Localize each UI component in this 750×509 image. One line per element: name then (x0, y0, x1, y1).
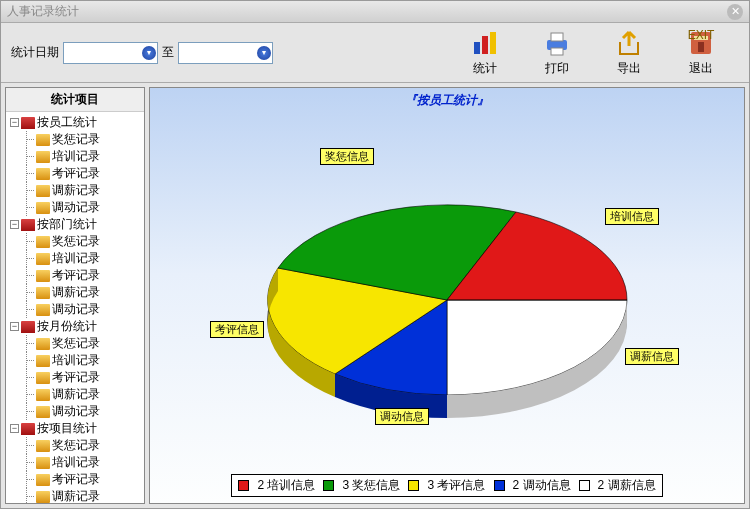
export-caption: 导出 (617, 60, 641, 77)
folder-icon (36, 134, 50, 146)
folder-icon (36, 270, 50, 282)
tree-connector (20, 267, 34, 284)
tree-panel: 统计项目 −按员工统计奖惩记录培训记录考评记录调薪记录调动记录−按部门统计奖惩记… (5, 87, 145, 504)
tree-item[interactable]: 调动记录 (8, 403, 142, 420)
close-icon[interactable]: ✕ (727, 4, 743, 20)
folder-open-icon (21, 423, 35, 435)
window-title: 人事记录统计 (7, 3, 79, 20)
folder-icon (36, 202, 50, 214)
tree-item[interactable]: 奖惩记录 (8, 131, 142, 148)
tree-connector (20, 488, 34, 504)
minus-icon[interactable]: − (10, 424, 19, 433)
svg-rect-2 (490, 32, 496, 54)
tree-group[interactable]: −按项目统计 (8, 420, 142, 437)
tree-item[interactable]: 培训记录 (8, 250, 142, 267)
svg-rect-9 (698, 42, 704, 52)
tree-item[interactable]: 考评记录 (8, 267, 142, 284)
folder-icon (36, 338, 50, 350)
tree-connector (20, 148, 34, 165)
folder-icon (36, 185, 50, 197)
exit-caption: 退出 (689, 60, 713, 77)
tree-item-label: 考评记录 (52, 471, 100, 488)
tree-item[interactable]: 奖惩记录 (8, 335, 142, 352)
toolbar-buttons: 统计 打印 导出 EXIT 退出 (459, 28, 739, 77)
tree-item[interactable]: 考评记录 (8, 165, 142, 182)
tree-item-label: 考评记录 (52, 369, 100, 386)
titlebar: 人事记录统计 ✕ (1, 1, 749, 23)
export-icon (614, 28, 644, 58)
date-label: 统计日期 (11, 44, 59, 61)
tree-item[interactable]: 调薪记录 (8, 488, 142, 504)
tree-item[interactable]: 考评记录 (8, 471, 142, 488)
tree-group[interactable]: −按月份统计 (8, 318, 142, 335)
legend-entry: 2 培训信息 (257, 477, 315, 494)
slice-label-train: 培训信息 (605, 208, 659, 225)
tree-group[interactable]: −按部门统计 (8, 216, 142, 233)
tree-item[interactable]: 奖惩记录 (8, 437, 142, 454)
tree-item-label: 调薪记录 (52, 488, 100, 504)
slice-label-eval: 考评信息 (210, 321, 264, 338)
tree-item-label: 调动记录 (52, 301, 100, 318)
tree: −按员工统计奖惩记录培训记录考评记录调薪记录调动记录−按部门统计奖惩记录培训记录… (6, 112, 144, 504)
legend-swatch (323, 480, 334, 491)
tree-item-label: 奖惩记录 (52, 335, 100, 352)
tree-item-label: 培训记录 (52, 250, 100, 267)
exit-button[interactable]: EXIT 退出 (675, 28, 727, 77)
tree-item[interactable]: 调薪记录 (8, 386, 142, 403)
pie-chart (232, 160, 662, 440)
tree-item[interactable]: 培训记录 (8, 148, 142, 165)
folder-icon (36, 253, 50, 265)
tree-item[interactable]: 培训记录 (8, 352, 142, 369)
tree-item-label: 调动记录 (52, 199, 100, 216)
tree-item-label: 培训记录 (52, 352, 100, 369)
stats-button[interactable]: 统计 (459, 28, 511, 77)
tree-header: 统计项目 (6, 88, 144, 112)
tree-connector (20, 301, 34, 318)
folder-icon (36, 457, 50, 469)
folder-icon (36, 151, 50, 163)
minus-icon[interactable]: − (10, 322, 19, 331)
chart-area: 培训信息 奖惩信息 考评信息 调动信息 调薪信息 (150, 113, 744, 472)
folder-icon (36, 474, 50, 486)
tree-item-label: 调薪记录 (52, 386, 100, 403)
tree-connector (20, 352, 34, 369)
tree-connector (20, 131, 34, 148)
tree-item-label: 考评记录 (52, 267, 100, 284)
tree-item[interactable]: 调动记录 (8, 199, 142, 216)
chevron-down-icon[interactable]: ▾ (142, 46, 156, 60)
svg-rect-1 (482, 36, 488, 54)
tree-item-label: 奖惩记录 (52, 437, 100, 454)
chevron-down-icon[interactable]: ▾ (257, 46, 271, 60)
tree-item[interactable]: 奖惩记录 (8, 233, 142, 250)
tree-item[interactable]: 调动记录 (8, 301, 142, 318)
tree-connector (20, 250, 34, 267)
date-range: 统计日期 ▾ 至 ▾ (11, 42, 273, 64)
to-label: 至 (162, 44, 174, 61)
legend-entry: 2 调动信息 (513, 477, 571, 494)
svg-rect-4 (551, 33, 563, 41)
export-button[interactable]: 导出 (603, 28, 655, 77)
content-area: 统计项目 −按员工统计奖惩记录培训记录考评记录调薪记录调动记录−按部门统计奖惩记… (1, 83, 749, 508)
minus-icon[interactable]: − (10, 118, 19, 127)
folder-icon (36, 406, 50, 418)
legend-swatch (494, 480, 505, 491)
exit-icon: EXIT (686, 28, 716, 58)
tree-item[interactable]: 培训记录 (8, 454, 142, 471)
svg-rect-0 (474, 42, 480, 54)
svg-rect-5 (551, 48, 563, 55)
tree-item[interactable]: 考评记录 (8, 369, 142, 386)
folder-icon (36, 168, 50, 180)
minus-icon[interactable]: − (10, 220, 19, 229)
tree-connector (20, 369, 34, 386)
tree-group[interactable]: −按员工统计 (8, 114, 142, 131)
tree-group-label: 按员工统计 (37, 114, 97, 131)
legend-swatch (579, 480, 590, 491)
tree-connector (20, 233, 34, 250)
tree-connector (20, 182, 34, 199)
tree-item[interactable]: 调薪记录 (8, 284, 142, 301)
print-button[interactable]: 打印 (531, 28, 583, 77)
tree-item[interactable]: 调薪记录 (8, 182, 142, 199)
folder-icon (36, 304, 50, 316)
stats-icon (470, 28, 500, 58)
legend-entry: 3 考评信息 (427, 477, 485, 494)
